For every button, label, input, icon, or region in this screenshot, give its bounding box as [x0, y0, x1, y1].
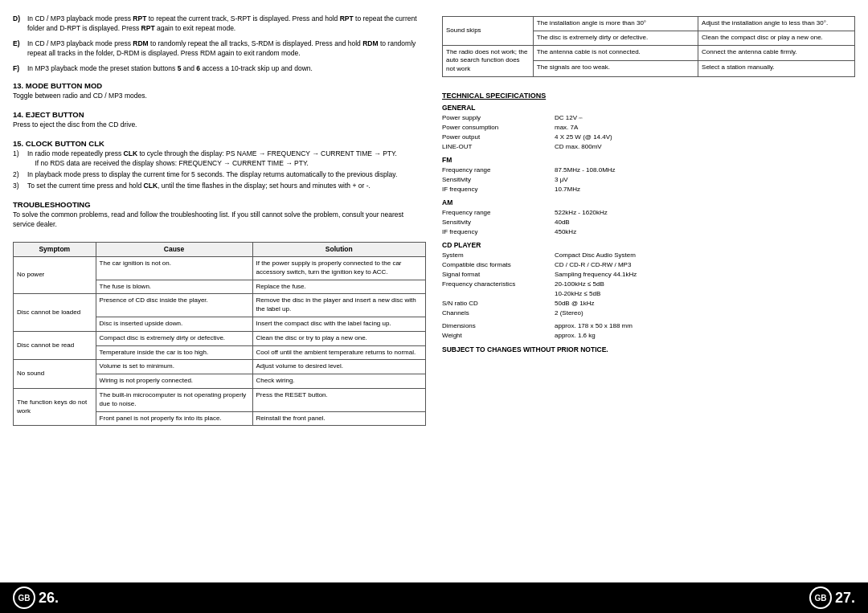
right-badge: GB 27.	[809, 586, 855, 609]
col-symptom: Symptom	[14, 242, 96, 256]
table-row: Sound skips The installation angle is mo…	[443, 17, 855, 31]
table-row: The function keys do not work The built-…	[14, 389, 426, 412]
col-cause: Cause	[96, 242, 252, 256]
table-row: Disc cannot be read Compact disc is extr…	[14, 331, 426, 345]
intro-item-f: F) In MP3 playback mode the preset stati…	[13, 64, 426, 74]
col-solution: Solution	[252, 242, 425, 256]
section-eject-button: 14. EJECT BUTTON Press to eject the disc…	[13, 110, 426, 132]
troubleshooting-table: Symptom Cause Solution No power The car …	[13, 242, 426, 427]
gb-circle-right: GB	[809, 586, 832, 609]
specs-fm: Frequency range87.5MHz - 108.0MHz Sensit…	[442, 166, 855, 194]
left-column: D) In CD / MP3 playback mode press RPT t…	[13, 14, 426, 581]
gb-circle-left: GB	[13, 586, 35, 609]
left-badge: GB 26.	[13, 586, 59, 609]
table-row: The radio does not work; the auto search…	[443, 45, 855, 61]
specs-section: TECHNICAL SPECIFICATIONS GENERAL Power s…	[442, 92, 855, 353]
specs-cd-player: SystemCompact Disc Audio System Compatib…	[442, 251, 855, 341]
specs-am: Frequency range522kHz - 1620kHz Sensitiv…	[442, 208, 855, 237]
intro-item-d: D) In CD / MP3 playback mode press RPT t…	[13, 14, 426, 34]
page-container: D) In CD / MP3 playback mode press RPT t…	[0, 0, 868, 613]
troubleshooting-section: TROUBLESHOOTING To solve the common prob…	[13, 200, 426, 231]
right-column: Sound skips The installation angle is mo…	[442, 14, 855, 581]
intro-item-e: E) In CD / MP3 playback mode press RDM t…	[13, 39, 426, 59]
section-mode-button: 13. MODE BUTTON MOD Toggle between radio…	[13, 81, 426, 103]
table-row: No power The car ignition is not on. If …	[14, 257, 426, 280]
fault-table: Sound skips The installation angle is mo…	[442, 16, 855, 77]
section-clock-button: 15. CLOCK BUTTON CLK 1) In radio mode re…	[13, 139, 426, 193]
specs-general: Power supplyDC 12V ⎓ Power consumptionma…	[442, 113, 855, 152]
table-row: Disc cannot be loaded Presence of CD dis…	[14, 294, 426, 317]
table-row: No sound Volume is set to minimum. Adjus…	[14, 360, 426, 374]
footer: GB 26. GB 27.	[0, 582, 868, 613]
